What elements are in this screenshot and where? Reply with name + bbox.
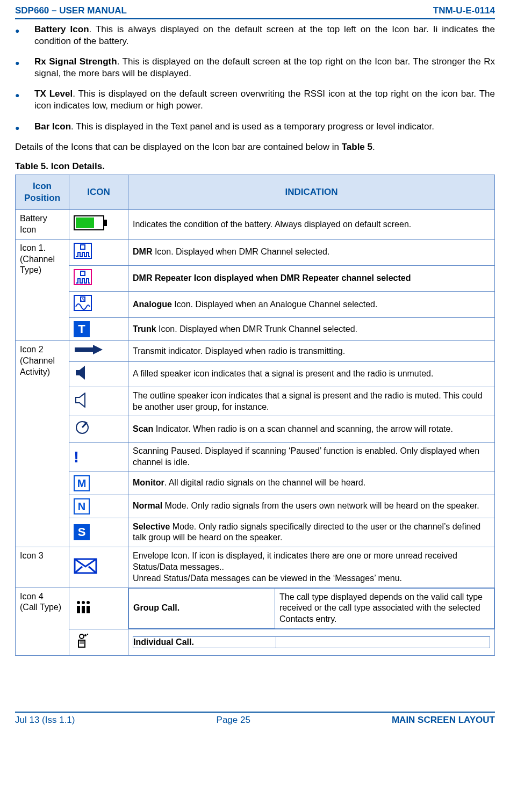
speaker-outline-icon xyxy=(74,393,93,408)
cell-icon xyxy=(69,629,128,656)
scan-icon xyxy=(74,419,91,436)
cell-indication: Scanning Paused. Displayed if scanning ‘… xyxy=(128,443,495,472)
cell-icon xyxy=(69,341,128,362)
header-left: SDP660 – USER MANUAL xyxy=(15,5,127,16)
cell-pos: Icon 4 (Call Type) xyxy=(16,588,69,655)
th-icon: ICON xyxy=(69,175,128,209)
cell-pos: Icon 3 xyxy=(16,547,69,588)
footer: Jul 13 (Iss 1.1) Page 25 MAIN SCREEN LAY… xyxy=(0,709,510,733)
envelope-icon xyxy=(74,558,97,574)
table-row: Battery Icon Indicates the condition of … xyxy=(16,210,495,240)
bullet-text: . This is always displayed on the defaul… xyxy=(34,24,495,46)
svg-rect-1 xyxy=(104,220,107,226)
cell-icon: M xyxy=(69,472,128,495)
footer-rule xyxy=(15,712,495,713)
cell-icon xyxy=(69,265,128,292)
bullet-rx: ● Rx Signal Strength. This is displayed … xyxy=(15,56,495,79)
table-row: ! Scanning Paused. Displayed if scanning… xyxy=(16,443,495,472)
svg-point-14 xyxy=(87,601,90,604)
cell-icon: N xyxy=(69,495,128,518)
th-indication: INDICATION xyxy=(128,175,495,209)
table-row: S Selective Mode. Only radio signals spe… xyxy=(16,518,495,547)
individual-call-label: Individual Call. xyxy=(133,637,194,647)
cell-indication: Selective Mode. Only radio signals speci… xyxy=(128,518,495,547)
cell-icon: ! xyxy=(69,443,128,472)
bullet-bar: ● Bar Icon. This is displayed in the Tex… xyxy=(15,121,495,133)
table-caption: Table 5. Icon Details. xyxy=(15,161,495,172)
svg-text:A: A xyxy=(81,297,84,302)
table-row: M Monitor. All digital radio signals on … xyxy=(16,472,495,495)
cell-icon xyxy=(69,588,128,629)
details-pre: Details of the Icons that can be display… xyxy=(15,142,342,152)
cell-indication: DMR Icon. Displayed when DMR Channel sel… xyxy=(128,239,495,265)
cell-icon xyxy=(69,547,128,588)
cell-indication: DMR Repeater Icon displayed when DMR Rep… xyxy=(128,265,495,292)
svg-rect-15 xyxy=(77,606,80,613)
svg-rect-17 xyxy=(87,606,90,613)
footer-left: Jul 13 (Iss 1.1) xyxy=(15,715,75,726)
bullet-tx: ● TX Level. This is displayed on the def… xyxy=(15,88,495,112)
cell-indication: Envelope Icon. If icon is displayed, it … xyxy=(128,547,495,588)
bullet-text: . This is displayed in the Text panel an… xyxy=(71,121,434,132)
footer-right: MAIN SCREEN LAYOUT xyxy=(392,715,495,726)
table-row: Icon 4 (Call Type) Group Call. The call … xyxy=(16,588,495,629)
content-body: ● Battery Icon. This is always displayed… xyxy=(0,24,510,656)
svg-rect-2 xyxy=(76,218,94,228)
table-row: Icon 2 (Channel Activity) Transmit indic… xyxy=(16,341,495,362)
dmr-repeater-icon xyxy=(74,269,92,285)
cell-pos: Icon 1. (Channel Type) xyxy=(16,239,69,340)
table-row: Individual Call. xyxy=(16,629,495,656)
details-post: . xyxy=(372,142,375,152)
pause-exclaim-icon: ! xyxy=(74,448,79,466)
header-rule xyxy=(15,18,495,19)
selective-s-icon: S xyxy=(74,524,90,540)
table-row: T Trunk Icon. Displayed when DMR Trunk C… xyxy=(16,318,495,341)
call-type-note: The call type displayed depends on the v… xyxy=(275,588,494,628)
cell-icon: A xyxy=(69,292,128,318)
svg-rect-16 xyxy=(82,606,85,613)
svg-point-13 xyxy=(82,601,85,604)
th-position: Icon Position xyxy=(16,175,69,209)
table-row: A Analogue Icon. Displayed when an Analo… xyxy=(16,292,495,318)
table-row: DMR Repeater Icon displayed when DMR Rep… xyxy=(16,265,495,292)
monitor-m-icon: M xyxy=(74,475,90,491)
cell-indication: Individual Call. xyxy=(128,629,495,656)
cell-indication: Monitor. All digital radio signals on th… xyxy=(128,472,495,495)
cell-indication: Indicates the condition of the battery. … xyxy=(128,210,495,240)
bullet-dot-icon: ● xyxy=(15,56,34,79)
cell-indication: Scan Indicator. When radio is on a scan … xyxy=(128,416,495,443)
bullet-title: Battery Icon xyxy=(34,24,89,34)
cell-icon xyxy=(69,416,128,443)
dmr-icon xyxy=(74,243,92,259)
details-table-ref: Table 5 xyxy=(342,142,372,152)
svg-point-19 xyxy=(84,634,87,636)
cell-icon xyxy=(69,361,128,387)
cell-indication: A filled speaker icon indicates that a s… xyxy=(128,361,495,387)
cell-indication: Transmit indicator. Displayed when radio… xyxy=(128,341,495,362)
cell-icon xyxy=(69,239,128,265)
cell-indication: Analogue Icon. Displayed when an Analogu… xyxy=(128,292,495,318)
table-row: Icon 3 Envelope Icon. If icon is display… xyxy=(16,547,495,588)
header-bar: SDP660 – USER MANUAL TNM-U-E-0114 xyxy=(0,0,510,18)
analogue-icon: A xyxy=(74,295,92,311)
svg-rect-22 xyxy=(80,641,84,644)
bullet-text: . This is displayed on the default scree… xyxy=(34,89,495,111)
table-row: The outline speaker icon indicates that … xyxy=(16,387,495,416)
bullet-dot-icon: ● xyxy=(15,24,34,47)
battery-icon xyxy=(74,215,108,230)
cell-indication: The outline speaker icon indicates that … xyxy=(128,387,495,416)
cell-icon: T xyxy=(69,318,128,341)
cell-icon xyxy=(69,210,128,240)
bullet-title: Rx Signal Strength xyxy=(34,56,117,67)
individual-call-icon xyxy=(74,633,90,649)
svg-point-12 xyxy=(77,601,80,604)
page: SDP660 – USER MANUAL TNM-U-E-0114 ● Batt… xyxy=(0,0,510,733)
normal-n-icon: N xyxy=(74,498,90,514)
svg-point-20 xyxy=(87,634,88,635)
cell-indication: Trunk Icon. Displayed when DMR Trunk Cha… xyxy=(128,318,495,341)
bullet-battery: ● Battery Icon. This is always displayed… xyxy=(15,24,495,47)
table-row: A filled speaker icon indicates that a s… xyxy=(16,361,495,387)
trunk-icon: T xyxy=(74,321,90,337)
icon-details-table: Icon Position ICON INDICATION Battery Ic… xyxy=(15,175,495,656)
cell-icon: S xyxy=(69,518,128,547)
